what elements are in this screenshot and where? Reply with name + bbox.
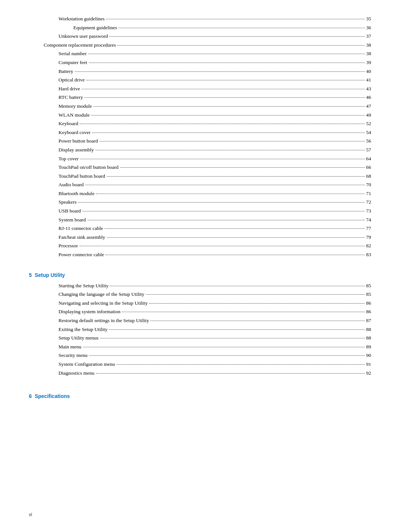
toc-entry-main-menu: Main menu 89 <box>29 343 371 351</box>
toc-entry-workstation-guidelines: Workstation guidelines 35 <box>29 15 371 23</box>
toc-dots <box>109 329 364 330</box>
toc-label: Serial number <box>59 50 87 58</box>
toc-label: TouchPad on/off button board <box>59 163 119 171</box>
toc-entry-setup-menus: Setup Utility menus 88 <box>29 334 371 342</box>
toc-page: 37 <box>366 32 371 40</box>
toc-entry-displaying-info: Displaying system information 86 <box>29 308 371 316</box>
toc-entry-computer-feet: Computer feet 39 <box>29 58 371 67</box>
toc-page: 87 <box>366 317 371 325</box>
toc-dots <box>87 220 365 220</box>
toc-label: Restoring default settings in the Setup … <box>59 317 149 325</box>
toc-page: 74 <box>366 216 371 224</box>
section5-heading: 5 Setup Utility <box>29 272 371 278</box>
toc-label: Speakers <box>59 198 77 206</box>
toc-page: 40 <box>366 67 371 76</box>
toc-label: Displaying system information <box>59 308 120 316</box>
toc-entry-keyboard-cover: Keyboard cover 54 <box>29 128 371 137</box>
toc-page: 38 <box>366 50 371 58</box>
toc-dots <box>78 202 365 203</box>
toc-dots <box>119 28 364 28</box>
toc-page: 70 <box>366 181 371 189</box>
toc-entry-bluetooth-module: Bluetooth module 71 <box>29 190 371 198</box>
toc-page: 71 <box>366 190 371 198</box>
toc-dots <box>99 141 364 141</box>
toc-dots <box>96 194 364 194</box>
toc-label: Main menu <box>59 343 81 351</box>
toc-label: System board <box>59 216 86 224</box>
toc-page: 83 <box>366 251 371 259</box>
toc-dots <box>80 124 364 124</box>
toc-label: Starting the Setup Utility <box>59 282 109 290</box>
toc-entry-exiting-setup: Exiting the Setup Utility 88 <box>29 325 371 334</box>
toc-page: 64 <box>366 155 371 163</box>
toc-entry-starting-setup: Starting the Setup Utility 85 <box>29 282 371 290</box>
toc-dots <box>96 373 364 374</box>
toc-page: 77 <box>366 224 371 232</box>
toc-dots <box>93 106 364 107</box>
toc-dots <box>91 115 364 116</box>
toc-dots <box>104 228 364 229</box>
toc-label: Audio board <box>59 181 84 189</box>
toc-dots <box>88 54 364 54</box>
toc-label: Setup Utility menus <box>59 334 99 342</box>
toc-label: Diagnostics menu <box>59 369 94 377</box>
toc-container: Workstation guidelines 35 Equipment guid… <box>29 15 371 399</box>
toc-page: 72 <box>366 198 371 206</box>
toc-dots <box>117 45 365 46</box>
toc-entry-speakers: Speakers 72 <box>29 198 371 206</box>
toc-entry-touchpad-onoff: TouchPad on/off button board 66 <box>29 163 371 171</box>
toc-label: Changing the language of the Setup Utili… <box>59 290 144 298</box>
section5-number: 5 <box>29 272 32 278</box>
toc-page: 92 <box>366 369 371 377</box>
toc-entry-system-board: System board 74 <box>29 216 371 224</box>
toc-page: 35 <box>366 15 371 23</box>
toc-entry-audio-board: Audio board 70 <box>29 181 371 189</box>
toc-page: 39 <box>366 58 371 67</box>
toc-page: 85 <box>366 282 371 290</box>
toc-entry-changing-language: Changing the language of the Setup Utili… <box>29 290 371 298</box>
toc-label: TouchPad button board <box>59 172 105 180</box>
toc-page: 68 <box>366 172 371 180</box>
toc-label: Exiting the Setup Utility <box>59 325 107 334</box>
toc-entry-top-cover: Top cover 64 <box>29 155 371 163</box>
toc-dots <box>80 246 365 246</box>
toc-dots <box>120 167 365 168</box>
toc-dots <box>116 364 364 365</box>
toc-page: 88 <box>366 334 371 342</box>
section6-title-text: Specifications <box>35 393 70 399</box>
toc-entry-system-config-menu: System Configuration menu 91 <box>29 360 371 368</box>
toc-dots <box>92 133 365 133</box>
section6-number: 6 <box>29 393 32 399</box>
section6-title: 6 Specifications <box>29 393 371 399</box>
toc-label: Equipment guidelines <box>73 24 117 32</box>
toc-page: 52 <box>366 120 371 128</box>
toc-page: 88 <box>366 325 371 334</box>
toc-entry-hard-drive: Hard drive 43 <box>29 85 371 93</box>
toc-label: Battery <box>59 67 73 76</box>
toc-dots <box>86 80 365 80</box>
toc-label: Display assembly <box>59 146 94 154</box>
toc-entry-fan-heat-sink: Fan/heat sink assembly 79 <box>29 233 371 241</box>
toc-dots <box>81 89 364 89</box>
toc-entry-navigating: Navigating and selecting in the Setup Ut… <box>29 299 371 307</box>
toc-entry-wlan-module: WLAN module 49 <box>29 111 371 119</box>
toc-label: Power connector cable <box>59 251 104 259</box>
toc-entry-unknown-user-password: Unknown user password 37 <box>29 32 371 40</box>
toc-dots <box>89 63 365 63</box>
toc-label: Memory module <box>59 102 92 110</box>
toc-entry-power-connector-cable: Power connector cable 83 <box>29 251 371 259</box>
section5-entries: Starting the Setup Utility 85 Changing t… <box>29 282 371 377</box>
toc-entry-battery: Battery 40 <box>29 67 371 76</box>
toc-entry-serial-number: Serial number 38 <box>29 50 371 58</box>
toc-page: 66 <box>366 163 371 171</box>
toc-page: 86 <box>366 308 371 316</box>
toc-label: Navigating and selecting in the Setup Ut… <box>59 299 148 307</box>
section5-title-text: Setup Utility <box>35 272 65 278</box>
toc-label: Security menu <box>59 351 87 359</box>
toc-label: System Configuration menu <box>59 360 115 368</box>
page-footer: vi <box>29 512 32 517</box>
toc-page: 85 <box>366 290 371 298</box>
toc-entry-security-menu: Security menu 90 <box>29 351 371 359</box>
toc-label: RTC battery <box>59 93 83 101</box>
page-number: vi <box>29 512 32 517</box>
